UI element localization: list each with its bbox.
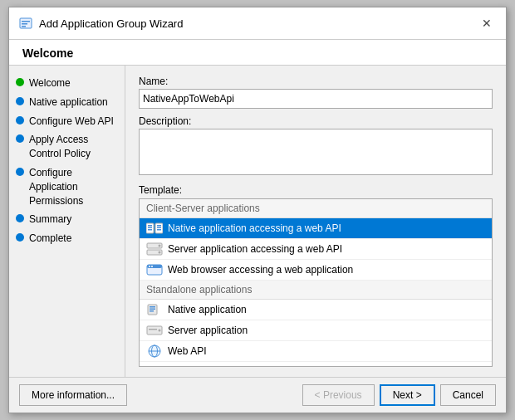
- more-info-button[interactable]: More information...: [19, 384, 127, 406]
- step-dot-welcome: [16, 78, 24, 86]
- svg-rect-10: [157, 227, 161, 229]
- template-label: Template:: [139, 184, 493, 196]
- sidebar-item-complete[interactable]: Complete: [9, 229, 125, 248]
- footer-right: < Previous Next > Cancel: [302, 384, 496, 406]
- main-content: Name: Description: Template: Client-Serv…: [125, 66, 506, 377]
- sidebar-label-native: Native application: [29, 95, 108, 110]
- sidebar-item-configure-web-api[interactable]: Configure Web API: [9, 112, 125, 131]
- svg-rect-2: [22, 23, 27, 25]
- svg-point-19: [151, 266, 153, 267]
- cancel-button[interactable]: Cancel: [440, 384, 496, 406]
- sidebar: Welcome Native application Configure Web…: [9, 66, 125, 377]
- svg-rect-11: [157, 229, 161, 231]
- svg-rect-9: [157, 225, 161, 227]
- svg-point-13: [159, 245, 161, 247]
- sidebar-label-access: Apply Access Control Policy: [29, 133, 118, 161]
- svg-rect-6: [148, 227, 152, 229]
- template-item-label-server-web-api: Server application accessing a web API: [168, 243, 342, 255]
- template-box: Client-Server applications Nati: [139, 198, 493, 367]
- step-dot-summary: [16, 214, 24, 222]
- sidebar-label-welcome: Welcome: [29, 76, 71, 90]
- content-area: Welcome Native application Configure Web…: [9, 66, 506, 377]
- step-dot-permissions: [16, 168, 24, 176]
- svg-rect-3: [22, 26, 26, 27]
- close-button[interactable]: ✕: [478, 14, 496, 32]
- svg-point-15: [159, 252, 161, 254]
- next-button[interactable]: Next >: [380, 384, 435, 406]
- name-label: Name:: [139, 76, 493, 87]
- description-label: Description:: [139, 115, 493, 127]
- dialog-window: Add Application Group Wizard ✕ Welcome W…: [8, 7, 507, 413]
- template-item-label-native: Native application: [168, 304, 247, 315]
- description-input[interactable]: [139, 129, 493, 175]
- footer-bar: More information... < Previous Next > Ca…: [9, 377, 506, 413]
- sidebar-label-web-api: Configure Web API: [29, 115, 114, 129]
- template-item-label-web-api: Web API: [168, 345, 206, 357]
- server-web-api-icon: [146, 242, 163, 256]
- template-item-browser-web-app[interactable]: Web browser accessing a web application: [140, 260, 492, 281]
- svg-rect-23: [150, 310, 154, 312]
- section-header-standalone: Standalone applications: [140, 281, 492, 300]
- template-item-label-browser: Web browser accessing a web application: [168, 264, 353, 276]
- page-header: Welcome: [9, 40, 506, 66]
- template-item-server-web-api[interactable]: Server application accessing a web API: [140, 239, 492, 260]
- server-app-icon: [146, 324, 163, 337]
- sidebar-item-app-permissions[interactable]: Configure Application Permissions: [9, 164, 125, 210]
- description-field-group: Description:: [139, 115, 493, 178]
- footer-left: More information...: [19, 384, 127, 406]
- template-item-label-server: Server application: [168, 325, 248, 336]
- title-bar: Add Application Group Wizard ✕: [9, 7, 506, 40]
- step-dot-access: [16, 134, 24, 143]
- step-dot-native: [16, 97, 24, 105]
- sidebar-label-complete: Complete: [29, 232, 71, 246]
- svg-rect-26: [149, 329, 157, 330]
- sidebar-item-welcome[interactable]: Welcome: [9, 74, 125, 93]
- title-text: Add Application Group Wizard: [39, 17, 183, 30]
- name-field-group: Name:: [139, 76, 493, 109]
- native-app-icon: [146, 303, 163, 316]
- section-header-client-server: Client-Server applications: [140, 199, 492, 218]
- sidebar-item-native-app[interactable]: Native application: [9, 93, 125, 112]
- svg-rect-22: [150, 309, 155, 310]
- wizard-icon: [19, 17, 32, 30]
- sidebar-label-permissions: Configure Application Permissions: [29, 166, 118, 208]
- template-item-web-api[interactable]: Web API: [140, 341, 492, 362]
- sidebar-item-summary[interactable]: Summary: [9, 210, 125, 229]
- title-bar-left: Add Application Group Wizard: [19, 17, 183, 30]
- previous-button[interactable]: < Previous: [302, 384, 375, 406]
- template-item-native-web-api[interactable]: Native application accessing a web API: [140, 218, 492, 239]
- name-input[interactable]: [139, 89, 493, 109]
- template-item-label-native-web-api: Native application accessing a web API: [168, 222, 341, 234]
- svg-rect-7: [148, 229, 152, 231]
- svg-point-18: [149, 266, 150, 267]
- browser-web-app-icon: [146, 263, 163, 276]
- svg-rect-5: [148, 225, 152, 227]
- svg-point-25: [159, 330, 161, 332]
- step-dot-web-api: [16, 116, 24, 125]
- svg-rect-1: [22, 21, 30, 22]
- sidebar-label-summary: Summary: [29, 212, 71, 227]
- svg-rect-21: [150, 306, 155, 308]
- step-dot-complete: [16, 233, 24, 242]
- page-title: Welcome: [22, 46, 493, 60]
- native-web-api-icon: [146, 222, 163, 235]
- web-api-icon: [146, 344, 163, 358]
- sidebar-item-access-control[interactable]: Apply Access Control Policy: [9, 130, 125, 164]
- template-field-group: Template: Client-Server applications: [139, 184, 493, 367]
- template-item-native-app[interactable]: Native application: [140, 300, 492, 320]
- template-item-server-app[interactable]: Server application: [140, 320, 492, 341]
